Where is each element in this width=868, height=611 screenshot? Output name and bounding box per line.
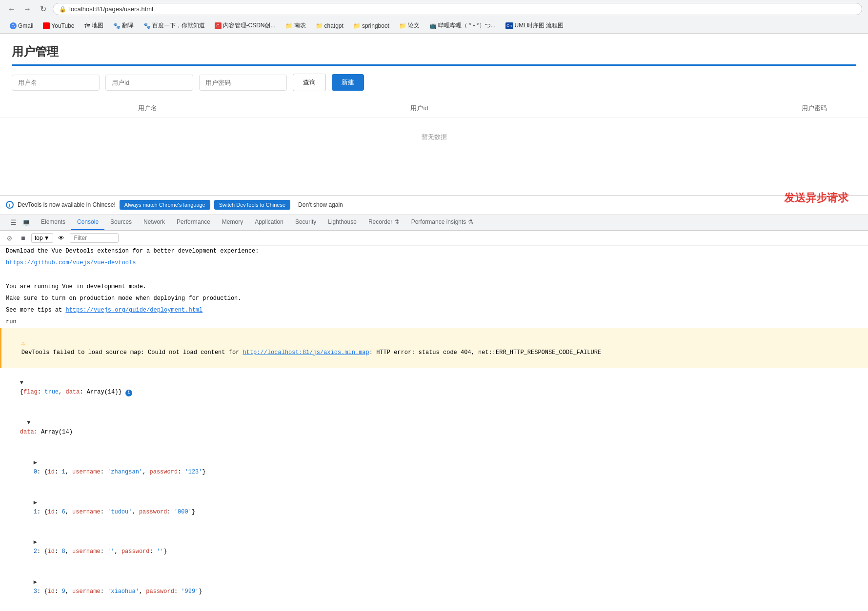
bookmark-gmail[interactable]: G Gmail [6,21,37,31]
devtools-tabs: ☰ 💻 Elements Console Sources Network Per… [0,215,868,231]
console-data-row[interactable]: ▼ data: Array(14) [0,408,868,448]
bookmark-baidu-label: 百度一下，你就知道 [152,21,205,30]
chatgpt-icon: 📁 [316,22,323,29]
console-object-root[interactable]: ▼ {flag: true, data: Array(14)} i [0,368,868,408]
inspect-element-button[interactable]: ☰ [8,217,19,228]
async-annotation: 发送异步请求 [784,191,848,205]
row-3-arrow[interactable]: ▶ [34,579,37,586]
console-line: Download the Vue Devtools extension for … [0,246,868,257]
console-line: You are running Vue in development mode. [0,281,868,293]
new-button[interactable]: 新建 [332,74,364,91]
username-input[interactable] [12,75,100,91]
data-expand-arrow[interactable]: ▼ [27,419,30,426]
tab-memory[interactable]: Memory [216,215,249,230]
query-button[interactable]: 查询 [293,74,326,91]
bookmark-csdn-label: 内容管理-CSDN创... [223,21,276,30]
bookmark-springboot[interactable]: 📁 springboot [349,21,393,31]
tab-network[interactable]: Network [138,215,171,230]
row-0-arrow[interactable]: ▶ [34,459,37,466]
stop-on-exception-button[interactable]: ⏹ [18,233,28,243]
nannong-icon: 📁 [285,22,293,29]
page-content: 用户管理 查询 新建 用户名 用户id 用户密码 暂无数据 [0,34,868,195]
source-map-link[interactable]: http://localhost:81/js/axios.min.map [243,349,369,356]
no-data-message: 暂无数据 [0,118,868,156]
row-1-arrow[interactable]: ▶ [34,499,37,506]
console-line: See more tips at https://vuejs.org/guide… [0,305,868,316]
lock-icon: 🔒 [59,6,66,13]
youtube-icon [43,22,50,29]
browser-nav: ← → ↻ 🔒 localhost:81/pages/users.html [0,0,868,18]
bookmark-translate[interactable]: 🐾 翻译 [109,20,138,31]
console-row-1[interactable]: ▶ 1: {id: 6, username: 'tudou', password… [0,488,868,528]
device-toolbar-button[interactable]: 💻 [20,217,31,228]
back-button[interactable]: ← [6,3,18,15]
bookmark-baidu[interactable]: 🐾 百度一下，你就知道 [140,20,209,31]
page-title: 用户管理 [0,34,868,64]
password-input[interactable] [199,75,287,91]
tab-lighthouse[interactable]: Lighthouse [322,215,363,230]
devtools-tab-icons: ☰ 💻 [4,215,35,230]
address-url: localhost:81/pages/users.html [69,5,856,13]
console-row-4[interactable]: ▶ 4: {id: 10, username: 'huihui', passwo… [0,608,868,611]
tab-console[interactable]: Console [71,215,104,230]
bookmark-lunwen[interactable]: 📁 论文 [395,20,424,31]
col-userid: 用户id [283,104,555,113]
forward-button[interactable]: → [21,3,33,15]
row-2-arrow[interactable]: ▶ [34,539,37,546]
bookmark-csdn[interactable]: C 内容管理-CSDN创... [211,20,280,31]
tab-application[interactable]: Application [249,215,289,230]
filter-input[interactable] [70,233,119,243]
console-row-2[interactable]: ▶ 2: {id: 8, username: '', password: ''} [0,528,868,568]
clear-console-button[interactable]: ⊘ [4,233,15,243]
maps-icon: 🗺 [84,22,90,29]
top-dropdown[interactable]: top ▼ [31,233,53,243]
bookmark-maps[interactable]: 🗺 地图 [81,20,107,31]
tab-perf-insights[interactable]: Performance insights ⚗ [405,215,479,230]
bookmark-youtube[interactable]: YouTube [39,21,78,31]
bookmark-chatgpt[interactable]: 📁 chatgpt [312,21,347,31]
tab-recorder[interactable]: Recorder ⚗ [363,215,405,230]
tab-sources[interactable]: Sources [104,215,138,230]
col-password: 用户密码 [555,104,856,113]
tab-security[interactable]: Security [289,215,322,230]
refresh-button[interactable]: ↻ [37,3,49,15]
devtools-banner: i DevTools is now available in Chinese! … [0,195,868,215]
expand-arrow-icon[interactable]: ▼ [20,379,23,386]
address-bar[interactable]: 🔒 localhost:81/pages/users.html [53,3,862,15]
userid-input[interactable] [105,75,193,91]
bookmark-bilibili-label: 哔哩哔哩（ ° - °）つ... [438,21,496,30]
translate-icon: 🐾 [113,22,121,29]
bookmark-springboot-label: springboot [362,22,389,29]
bookmark-nannong[interactable]: 📁 南农 [282,20,310,31]
banner-text: DevTools is now available in Chinese! [18,201,116,208]
search-bar: 查询 新建 [0,66,868,99]
console-warning-line: ⚠ DevTools failed to load source map: Co… [0,328,868,368]
info-icon: i [6,201,14,209]
dont-show-again-button[interactable]: Don't show again [294,199,347,210]
vuejs-deployment-link[interactable]: https://vuejs.org/guide/deployment.html [65,307,202,314]
bookmark-gmail-label: Gmail [18,22,33,29]
bookmark-uml-label: UML时序图 流程图 [515,21,564,30]
bookmark-maps-label: 地图 [92,21,103,30]
switch-chinese-button[interactable]: Switch DevTools to Chinese [214,200,290,210]
tab-performance[interactable]: Performance [171,215,216,230]
bookmark-lunwen-label: 论文 [408,21,420,30]
csdn-icon: C [215,22,222,29]
eye-filter-button[interactable]: 👁 [56,233,67,243]
tab-elements[interactable]: Elements [35,215,71,230]
console-line: https://github.com/vuejs/vue-devtools [0,257,868,269]
dropdown-arrow-icon: ▼ [44,235,50,241]
console-line [0,269,868,281]
top-label: top [35,235,43,241]
console-row-3[interactable]: ▶ 3: {id: 9, username: 'xiaohua', passwo… [0,568,868,608]
gmail-icon: G [10,22,17,29]
bookmark-uml[interactable]: On UML时序图 流程图 [502,20,568,31]
console-line: Make sure to turn on production mode whe… [0,293,868,305]
console-line: run [0,316,868,328]
bookmark-bilibili[interactable]: 📺 哔哩哔哩（ ° - °）つ... [425,20,500,31]
console-row-0[interactable]: ▶ 0: {id: 1, username: 'zhangsan', passw… [0,448,868,488]
match-language-button[interactable]: Always match Chrome's language [120,200,210,210]
vue-devtools-link[interactable]: https://github.com/vuejs/vue-devtools [6,259,136,266]
console-toolbar: ⊘ ⏹ top ▼ 👁 [0,231,868,246]
table-header: 用户名 用户id 用户密码 [0,99,868,118]
